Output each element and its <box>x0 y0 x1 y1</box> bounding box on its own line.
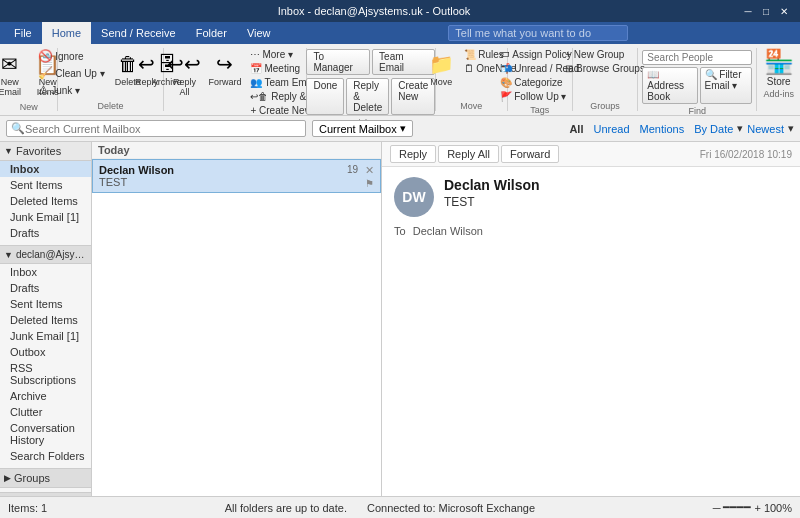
junk-button[interactable]: ⚠ Junk ▾ <box>35 82 107 98</box>
tell-me-area <box>281 25 796 41</box>
email-flag-0[interactable]: ⚑ <box>365 178 374 189</box>
tell-me-input[interactable] <box>448 25 628 41</box>
tab-send-receive[interactable]: Send / Receive <box>91 22 186 44</box>
addins-group-label: Add-ins <box>763 89 794 99</box>
zoom-in-button[interactable]: + <box>754 502 760 514</box>
tab-home[interactable]: Home <box>42 22 91 44</box>
team-email-icon: 👥 <box>250 77 262 88</box>
window-title: Inbox - declan@Ajsystems.uk - Outlook <box>8 5 740 17</box>
sort-by-button[interactable]: By Date <box>694 123 733 135</box>
reading-reply-all-button[interactable]: Reply All <box>438 145 499 163</box>
qs-to-manager[interactable]: To Manager <box>306 49 370 75</box>
favorites-chevron-icon: ▼ <box>4 146 13 156</box>
sidebar-item-inbox[interactable]: Inbox <box>0 264 91 280</box>
quick-steps-row1: To Manager Team Email <box>306 49 435 75</box>
move-label: Move <box>430 78 452 88</box>
email-subject-0: TEST <box>99 176 374 188</box>
reply-all-button[interactable]: ↩↩ ReplyAll <box>166 48 202 100</box>
signup-header[interactable]: ▶ signup <box>0 492 91 496</box>
reading-forward-button[interactable]: Forward <box>501 145 559 163</box>
new-group-button[interactable]: + New Group <box>562 48 648 61</box>
tab-folder[interactable]: Folder <box>186 22 237 44</box>
minimize-button[interactable]: ─ <box>740 3 756 19</box>
account-header[interactable]: ▼ declan@Ajsystems.uk <box>0 245 91 264</box>
email-delete-0[interactable]: ✕ <box>365 164 374 177</box>
find-buttons: 📖 Address Book 🔍 Filter Email ▾ <box>642 67 752 104</box>
today-header: Today <box>92 142 381 159</box>
qs-reply-delete[interactable]: Reply & Delete <box>346 78 389 115</box>
status-items: Items: 1 <box>8 502 47 514</box>
sort-order-button[interactable]: Newest <box>747 123 784 135</box>
zoom-out-button[interactable]: ─ <box>713 502 721 514</box>
sidebar-item-drafts[interactable]: Drafts <box>0 280 91 296</box>
filter-email-button[interactable]: 🔍 Filter Email ▾ <box>700 67 753 104</box>
tags-group-label: Tags <box>530 105 549 115</box>
address-book-button[interactable]: 📖 Address Book <box>642 67 697 104</box>
groups-group: + New Group ⊞ Browse Groups Groups <box>573 48 639 111</box>
tab-file[interactable]: File <box>4 22 42 44</box>
find-group: 📖 Address Book 🔍 Filter Email ▾ Find <box>638 48 757 111</box>
sync-status: All folders are up to date. <box>225 502 347 514</box>
respond-group: ↩ Reply ↩↩ ReplyAll ↪ Forward ⋯ More ▾ 📅… <box>164 48 307 111</box>
store-button[interactable]: 🏪 Store <box>754 48 800 87</box>
sidebar-item-sent[interactable]: Sent Items <box>0 296 91 312</box>
new-email-icon: ✉ <box>0 50 24 78</box>
tab-view[interactable]: View <box>237 22 281 44</box>
sidebar-item-deleted-fav[interactable]: Deleted Items <box>0 193 91 209</box>
groups-header[interactable]: ▶ Groups <box>0 468 91 488</box>
reply-label: Reply <box>135 78 158 88</box>
close-button[interactable]: ✕ <box>776 3 792 19</box>
to-label: To <box>394 225 406 237</box>
forward-button[interactable]: ↪ Forward <box>204 48 245 90</box>
new-email-button[interactable]: ✉ NewEmail <box>0 48 28 100</box>
sidebar-item-inbox-fav[interactable]: Inbox <box>0 161 91 177</box>
title-bar: Inbox - declan@Ajsystems.uk - Outlook ─ … <box>0 0 800 22</box>
sidebar-item-conv-history[interactable]: Conversation History <box>0 420 91 448</box>
sidebar-item-junk[interactable]: Junk Email [1] <box>0 328 91 344</box>
main-layout: ▼ Favorites Inbox Sent Items Deleted Ite… <box>0 142 800 496</box>
reply-button[interactable]: ↩ Reply <box>128 48 164 90</box>
sidebar-item-sent-fav[interactable]: Sent Items <box>0 177 91 193</box>
email-list: Today Declan Wilson TEST 19 ✕ ⚑ <box>92 142 382 496</box>
sidebar-item-drafts-fav[interactable]: Drafts <box>0 225 91 241</box>
move-icon: 📁 <box>427 50 455 78</box>
move-button[interactable]: 📁 Move <box>423 48 459 90</box>
sidebar-item-archive[interactable]: Archive <box>0 388 91 404</box>
move-group-label: Move <box>460 101 482 111</box>
restore-button[interactable]: □ <box>758 3 774 19</box>
delete-col1: 🚫 Ignore 🧹 Clean Up ▾ ⚠ Junk ▾ <box>35 48 107 98</box>
sidebar-item-clutter[interactable]: Clutter <box>0 404 91 420</box>
forward-label: Forward <box>208 78 241 88</box>
groups-buttons: + New Group ⊞ Browse Groups <box>562 48 648 99</box>
sidebar-item-rss[interactable]: RSS Subscriptions <box>0 360 91 388</box>
qs-done[interactable]: Done <box>306 78 344 115</box>
sidebar-item-junk-fav[interactable]: Junk Email [1] <box>0 209 91 225</box>
mailbox-label: Current Mailbox <box>319 123 397 135</box>
sidebar-item-deleted[interactable]: Deleted Items <box>0 312 91 328</box>
cleanup-button[interactable]: 🧹 Clean Up ▾ <box>35 65 107 81</box>
email-subject-reading: TEST <box>444 195 788 209</box>
store-icon: 🏪 <box>764 48 794 76</box>
search-input-wrap: 🔍 <box>6 120 306 137</box>
ignore-button[interactable]: 🚫 Ignore <box>35 48 107 64</box>
sidebar-item-outbox[interactable]: Outbox <box>0 344 91 360</box>
reading-date: Fri 16/02/2018 10:19 <box>700 149 792 160</box>
sidebar-item-search-folders[interactable]: Search Folders <box>0 448 91 464</box>
favorites-header[interactable]: ▼ Favorites <box>0 142 91 161</box>
zoom-slider[interactable]: ━━━━ <box>723 501 751 514</box>
reading-reply-button[interactable]: Reply <box>390 145 436 163</box>
mailbox-dropdown[interactable]: Current Mailbox ▾ <box>312 120 413 137</box>
search-people-input[interactable] <box>642 50 752 65</box>
email-item-0[interactable]: Declan Wilson TEST 19 ✕ ⚑ <box>92 159 381 193</box>
unread-icon: 📬 <box>500 63 512 74</box>
browse-groups-button[interactable]: ⊞ Browse Groups <box>562 62 648 75</box>
filter-all[interactable]: All <box>569 123 583 135</box>
ribbon-toolbar: ✉ NewEmail 📋 NewItems New 🚫 Ignore 🧹 Cle… <box>0 44 800 116</box>
delete-group-label: Delete <box>97 101 123 111</box>
search-input[interactable] <box>25 123 301 135</box>
filter-unread[interactable]: Unread <box>593 123 629 135</box>
cleanup-icon: 🧹 <box>38 66 53 80</box>
status-bar: Items: 1 All folders are up to date. Con… <box>0 496 800 518</box>
filter-mentions[interactable]: Mentions <box>640 123 685 135</box>
quick-steps-group: To Manager Team Email Done Reply & Delet… <box>307 48 436 111</box>
